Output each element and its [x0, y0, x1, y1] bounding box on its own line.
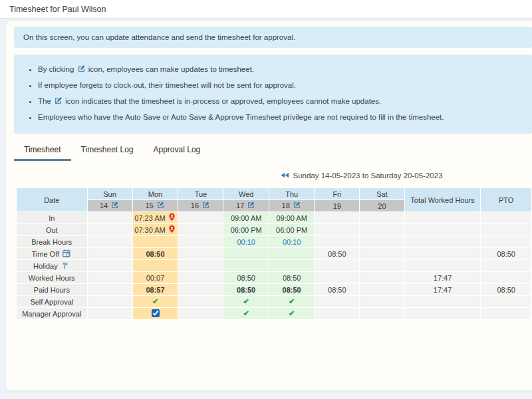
cell-break-hours-fri [315, 236, 360, 248]
table-row-out: Out07:30 AM06:00 PM06:00 PM [17, 224, 532, 236]
edit-icon[interactable] [202, 201, 209, 210]
edit-icon [78, 65, 85, 76]
location-pin-icon[interactable] [169, 213, 175, 223]
edit-disabled-icon [55, 96, 62, 108]
cell-worked-hours-sat [360, 272, 405, 284]
edit-timesheet-icon[interactable] [292, 201, 302, 210]
cell-in-thu: 09:00 AM [269, 212, 314, 224]
cell-manager-approval-total [404, 308, 481, 320]
edit-timesheet-icon[interactable] [156, 201, 166, 210]
date-cell-15: 15 [132, 200, 178, 212]
edit-icon[interactable] [111, 201, 118, 210]
table-row-in: In07:23 AM09:00 AM09:00 AM [17, 212, 532, 224]
tab-timesheet[interactable]: Timesheet [14, 140, 71, 161]
cell-break-hours-mon [132, 236, 178, 248]
day-name-mon: Mon [132, 188, 178, 200]
cell-paid-hours-pto: 08:50 [481, 284, 532, 296]
cell-out-total [404, 224, 481, 236]
row-label-holiday: Holiday [17, 260, 88, 272]
note-item-3: The icon indicates that the timesheet is… [38, 96, 523, 108]
cell-value: 00:07 [146, 274, 165, 282]
note-text-after: icon indicates that the timesheet is in-… [63, 97, 381, 105]
cell-value: 08:50 [328, 250, 346, 258]
edit-timesheet-icon[interactable] [246, 201, 256, 210]
cell-paid-hours-fri: 08:50 [315, 284, 360, 296]
cell-out-sat [360, 224, 405, 236]
cell-time-off-sun [87, 248, 132, 260]
note-text-before: Employees who have the Auto Save or Auto… [38, 113, 444, 121]
day-name-wed: Wed [223, 188, 269, 200]
day-name-tue: Tue [178, 188, 223, 200]
page-title: Timesheet for Paul Wilson [9, 5, 106, 14]
previous-week-icon[interactable] [279, 172, 290, 180]
table-row-manager-approval: Manager Approval✔✔ [17, 308, 532, 320]
cell-holiday-pto [481, 260, 532, 272]
cell-out-thu: 06:00 PM [269, 224, 314, 236]
day-name-sun: Sun [87, 188, 132, 200]
cell-paid-hours-total: 17:47 [404, 284, 481, 296]
cell-value: 07:23 AM [134, 214, 165, 222]
column-header-date: Date [17, 188, 88, 212]
cell-time-off-total [404, 248, 481, 260]
manager-approval-checkbox[interactable] [152, 309, 160, 317]
cell-break-hours-sat [360, 236, 405, 248]
cell-worked-hours-tue [178, 272, 223, 284]
period-selector: Sunday 14-05-2023 to Saturday 20-05-2023 [16, 172, 532, 180]
row-label-self-approval: Self Approval [17, 296, 88, 308]
edit-icon[interactable] [157, 201, 164, 210]
cell-break-hours-pto [481, 236, 532, 248]
location-pin-icon[interactable] [169, 225, 175, 235]
cell-manager-approval-mon [132, 308, 178, 320]
table-row-time-off: Time Off08:5008:5008:50 [17, 248, 532, 260]
cell-worked-hours-sun [87, 272, 132, 284]
edit-timesheet-icon[interactable] [110, 201, 120, 210]
date-cell-17: 17 [223, 200, 269, 212]
cell-self-approval-mon: ✔ [132, 296, 178, 308]
day-name-fri: Fri [315, 188, 360, 200]
check-icon: ✔ [289, 297, 295, 306]
tab-timesheet-log[interactable]: Timesheet Log [71, 140, 144, 161]
cell-value: 08:50 [283, 286, 301, 294]
row-label-paid-hours: Paid Hours [17, 284, 88, 296]
cell-break-hours-total [404, 236, 481, 248]
notes-box: By clicking icon, employees can make upd… [14, 55, 532, 134]
day-name-sat: Sat [360, 188, 405, 200]
edit-icon[interactable] [293, 201, 301, 210]
cell-value[interactable]: 00:10 [283, 238, 301, 246]
cell-holiday-tue [178, 260, 223, 272]
cell-in-fri [315, 212, 360, 224]
cell-value: 08:50 [237, 286, 255, 294]
holiday-icon [61, 261, 69, 271]
cell-self-approval-sat [360, 296, 405, 308]
edit-icon[interactable] [247, 201, 255, 210]
cell-out-fri [315, 224, 360, 236]
cell-time-off-tue [178, 248, 223, 260]
tab-approval-log[interactable]: Approval Log [144, 140, 211, 161]
cell-out-sun [87, 224, 132, 236]
cell-value[interactable]: 00:10 [237, 238, 255, 246]
cell-worked-hours-total: 17:47 [404, 272, 481, 284]
rewind-icon[interactable] [281, 172, 289, 180]
cell-worked-hours-thu: 08:50 [269, 272, 314, 284]
cell-holiday-mon [132, 260, 178, 272]
date-cell-18: 18 [269, 200, 314, 212]
table-row-holiday: Holiday [17, 260, 532, 272]
check-icon: ✔ [152, 297, 158, 306]
cell-manager-approval-sat [360, 308, 405, 320]
edit-timesheet-icon[interactable] [201, 201, 211, 210]
check-icon: ✔ [289, 309, 295, 318]
cell-break-hours-thu: 00:10 [269, 236, 314, 248]
cell-value: 06:00 PM [276, 226, 307, 234]
note-text-before: By clicking [38, 65, 76, 73]
column-header-pto: PTO [481, 188, 532, 212]
row-label-out: Out [17, 224, 88, 236]
cell-value: 08:50 [328, 286, 346, 294]
date-cell-20: 20 [360, 200, 405, 212]
date-cell-16: 16 [178, 200, 223, 212]
note-text-after: icon, employees can make updates to time… [86, 65, 255, 73]
cell-value: 07:30 AM [134, 226, 165, 234]
cell-holiday-fri [315, 260, 360, 272]
cell-out-tue [178, 224, 223, 236]
cell-manager-approval-fri [315, 308, 360, 320]
period-label: Sunday 14-05-2023 to Saturday 20-05-2023 [293, 172, 442, 180]
